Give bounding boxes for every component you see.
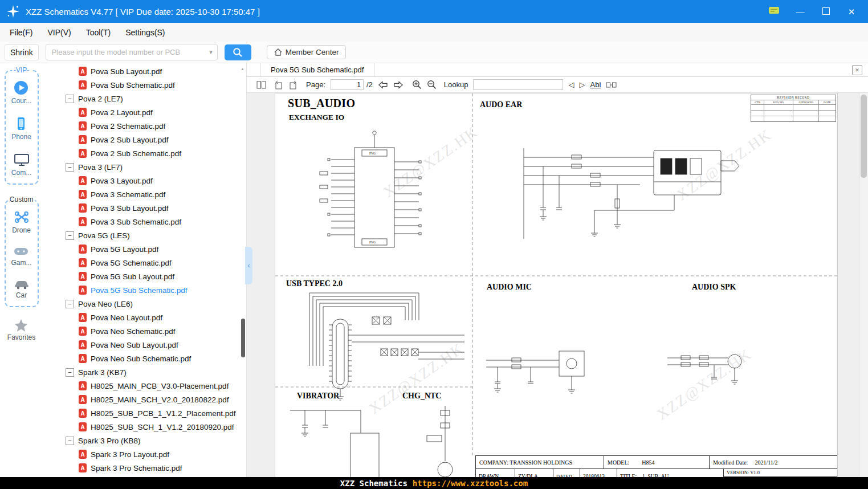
tree-file[interactable]: ASpark 3 Pro Sub Layout.pdf [43,475,246,477]
tree-file[interactable]: APova 3 Sub Layout.pdf [43,201,246,215]
tree-file[interactable]: AH8025_MAIN_PCB_V3.0-Placement.pdf [43,379,246,393]
collapse-minus-icon[interactable]: − [66,163,74,172]
rail-item-computer[interactable]: Com... [11,152,31,177]
document-tab[interactable]: Pova 5G Sub Schematic.pdf [260,63,374,76]
tree-file[interactable]: APova 3 Layout.pdf [43,174,246,188]
collapse-minus-icon[interactable]: − [66,231,74,240]
tree-file[interactable]: APova 5G Layout.pdf [43,242,246,256]
tree-group[interactable]: −Pova 5G (LES) [43,229,246,242]
tree-file[interactable]: APova 3 Sub Schematic.pdf [43,215,246,229]
menu-vip[interactable]: VIP(V) [40,28,78,37]
status-brand: XZZ Schematics [340,479,407,488]
menu-tool[interactable]: Tool(T) [79,28,119,37]
model-search-box[interactable]: ▾ [46,44,218,60]
member-center-button[interactable]: Member Center [267,45,347,59]
rail-item-game[interactable]: Gam... [11,246,31,267]
tree-file[interactable]: ASpark 3 Pro Schematic.pdf [43,461,246,475]
vip-card-icon[interactable] [768,6,780,17]
maximize-button[interactable] [821,7,831,16]
favorites-label: Favorites [7,333,35,341]
tree-group[interactable]: −Pova Neo (LE6) [43,297,246,311]
menu-file[interactable]: File(F) [2,28,40,37]
find-next-icon[interactable]: ▷ [579,80,585,89]
collapse-minus-icon[interactable]: − [66,368,74,377]
status-url[interactable]: https://www.xzztools.com [413,479,528,488]
favorites-button[interactable]: Favorites [7,319,35,341]
tree-file[interactable]: APova Sub Schematic.pdf [43,78,246,92]
tree-file[interactable]: APova 2 Sub Layout.pdf [43,133,246,146]
scroll-up-icon[interactable]: ▲ [241,67,244,71]
custom-group-label: Custom [8,195,35,203]
pdf-file-icon: A [79,135,87,144]
pdf-file-icon: A [79,149,87,158]
rail-item-course[interactable]: Cour... [11,80,31,105]
page-number-input[interactable] [331,79,364,90]
pdf-file-icon: A [79,121,87,131]
main-toolbar: Shrink ▾ Member Center [0,42,868,63]
pdf-vertical-scrollbar[interactable] [859,93,868,477]
rail-item-car[interactable]: Car [14,278,30,299]
tree-item-label: Pova 5G (LES) [78,231,130,240]
menu-settings[interactable]: Settings(S) [118,28,172,37]
rotate-left-icon[interactable] [274,80,283,89]
tree-file[interactable]: APova 2 Sub Schematic.pdf [43,146,246,160]
tree-group[interactable]: −Spark 3 Pro (KB8) [43,434,246,447]
tree-item-label: Pova Neo (LE6) [78,300,133,308]
gamepad-icon [13,246,29,257]
rail-item-drone[interactable]: Drone [12,210,31,234]
tree-file[interactable]: AH8025_SUB_PCB_1_V1.2_Placement.pdf [43,406,246,420]
next-page-icon[interactable] [393,81,404,89]
prev-page-icon[interactable] [378,81,388,89]
tree-file[interactable]: APova Neo Schematic.pdf [43,324,246,338]
tree-file[interactable]: APova Neo Sub Schematic.pdf [43,352,246,365]
collapse-minus-icon[interactable]: − [66,437,74,445]
pdf-canvas: PVG PVG SUB_AUDIO EXCHANGE IO AUDO EAR U… [247,93,868,477]
panel-collapse-handle[interactable]: ‹ [245,247,252,284]
tree-file[interactable]: APova 5G Sub Layout.pdf [43,270,246,283]
pdf-scrollbar-thumb[interactable] [861,95,867,178]
tree-file[interactable]: AH8025_MAIN_SCH_V2.0_20180822.pdf [43,393,246,406]
close-document-icon[interactable]: ✕ [852,65,862,75]
dual-page-view-icon[interactable] [606,82,617,88]
tree-file[interactable]: APova 5G Sub Schematic.pdf [43,283,246,297]
zoom-out-icon[interactable] [427,80,437,89]
close-button[interactable]: ✕ [846,7,857,16]
pdf-file-icon: A [79,190,87,199]
file-tree: ▲ APova Sub Layout.pdfAPova Sub Schemati… [43,63,246,477]
tree-file[interactable]: APova 2 Schematic.pdf [43,119,246,133]
chevron-down-icon[interactable]: ▾ [209,48,217,56]
whole-word-icon[interactable]: Abi [590,80,601,89]
tree-group[interactable]: −Pova 3 (LF7) [43,160,246,174]
two-page-view-icon[interactable] [256,81,266,89]
revision-col: APPROVED [793,100,819,104]
tree-group[interactable]: −Pova 2 (LE7) [43,92,246,105]
tree-file[interactable]: APova 2 Layout.pdf [43,105,246,119]
tree-file[interactable]: APova 3 Schematic.pdf [43,188,246,201]
search-button[interactable] [225,44,251,60]
tree-group[interactable]: −Spark 3 (KB7) [43,365,246,379]
pdf-file-icon: A [79,80,87,89]
lookup-input[interactable] [473,79,563,90]
window-title: XZZ Schematics V4.77 [ VIP Due date: 202… [26,7,260,17]
rail-item-phone[interactable]: Phone [11,116,31,141]
vip-group: -VIP- Cour... Phone Com... [5,70,39,185]
rotate-right-icon[interactable] [288,80,298,89]
tree-scrollbar-thumb[interactable] [241,319,245,357]
model-search-input[interactable] [46,48,209,56]
shrink-button[interactable]: Shrink [5,44,39,60]
revision-col: DATE [819,100,836,104]
tree-item-label: Pova 5G Layout.pdf [91,245,158,254]
title-block-model-value: H854 [642,459,654,466]
zoom-in-icon[interactable] [412,80,422,89]
tree-file[interactable]: ASpark 3 Pro Layout.pdf [43,447,246,461]
collapse-minus-icon[interactable]: − [66,95,74,103]
tree-file[interactable]: APova 5G Schematic.pdf [43,256,246,270]
tree-file[interactable]: AH8025_SUB_SCH_1_V1.2_20180920.pdf [43,420,246,434]
collapse-minus-icon[interactable]: − [66,300,74,308]
tree-file[interactable]: APova Sub Layout.pdf [43,64,246,78]
minimize-button[interactable]: — [795,7,805,16]
tree-file[interactable]: APova Neo Layout.pdf [43,311,246,324]
tree-file[interactable]: APova Neo Sub Layout.pdf [43,338,246,352]
find-prev-icon[interactable]: ◁ [568,80,574,89]
revision-col: CTR [751,100,764,104]
